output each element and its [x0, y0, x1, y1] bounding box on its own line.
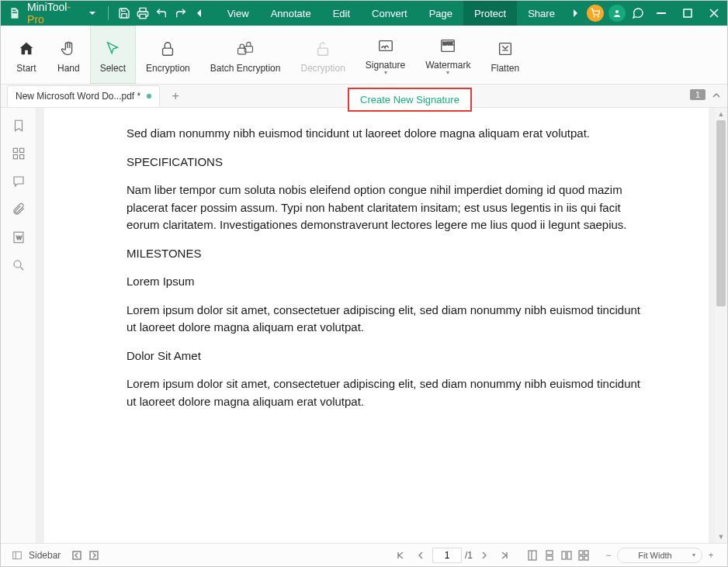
menu-edit[interactable]: Edit [322, 1, 361, 26]
window-maximize[interactable] [674, 1, 701, 26]
ribbon-encryption-label: Encryption [146, 63, 190, 74]
window-close[interactable] [701, 1, 727, 26]
svg-rect-24 [90, 551, 98, 559]
ribbon-watermark[interactable]: MARK Watermark ▾ [415, 26, 480, 84]
ribbon-hand-label: Hand [57, 63, 80, 74]
chevron-down-icon: ▾ [692, 551, 695, 558]
vertical-scrollbar[interactable]: ▲ ▼ [715, 108, 727, 543]
scroll-thumb[interactable] [716, 120, 726, 306]
ribbon-select[interactable]: Select [90, 26, 136, 84]
menu-protect[interactable]: Protect [463, 1, 517, 26]
zoom-in-button[interactable]: + [703, 548, 719, 563]
main-menu: View Annotate Edit Convert Page Protect … [217, 1, 566, 26]
chevron-down-icon: ▾ [384, 69, 387, 76]
menu-scroll-left[interactable] [190, 1, 209, 26]
app-brand: MiniTool-Pro [27, 1, 83, 26]
lock-icon [157, 38, 179, 60]
thumbnails-button[interactable] [7, 142, 30, 165]
ribbon-signature[interactable]: Signature ▾ [355, 26, 415, 84]
svg-rect-33 [579, 556, 583, 560]
cursor-icon [102, 38, 123, 60]
chat-icon[interactable] [628, 1, 648, 26]
svg-point-3 [615, 10, 619, 13]
menu-annotate[interactable]: Annotate [260, 1, 322, 26]
svg-rect-23 [73, 551, 81, 559]
sidebar-label: Sidebar [29, 550, 61, 561]
search-button[interactable] [7, 254, 30, 277]
last-page-button[interactable] [496, 547, 513, 564]
chevron-down-icon: ▾ [446, 69, 449, 76]
svg-rect-21 [13, 551, 22, 558]
next-page-button[interactable] [476, 547, 493, 564]
home-icon [16, 38, 37, 60]
attachments-button[interactable] [7, 198, 30, 221]
ribbon-flatten[interactable]: Flatten [480, 26, 529, 84]
document-tab[interactable]: New Microsoft Word Do...pdf * [7, 85, 160, 107]
first-page-button[interactable] [392, 547, 409, 564]
page-input[interactable] [432, 548, 462, 563]
ribbon-start[interactable]: Start [5, 26, 47, 84]
ribbon-batch-encryption[interactable]: Batch Encryption [200, 26, 291, 84]
collapse-ribbon-button[interactable] [712, 91, 721, 100]
svg-rect-27 [546, 551, 553, 555]
cart-icon[interactable] [587, 5, 604, 22]
redo-button[interactable] [172, 1, 190, 26]
user-icon[interactable] [608, 5, 626, 22]
window-minimize[interactable] [648, 1, 674, 26]
bookmarks-button[interactable] [7, 114, 30, 137]
nav-prev-view[interactable] [68, 547, 85, 564]
comments-button[interactable] [7, 170, 30, 193]
ribbon-decryption-label: Decryption [300, 63, 345, 74]
scroll-up-button[interactable]: ▲ [715, 108, 727, 120]
view-two-page[interactable] [559, 548, 574, 563]
ribbon-encryption[interactable]: Encryption [136, 26, 200, 84]
svg-rect-5 [684, 9, 692, 17]
zoom-out-button[interactable]: − [601, 548, 616, 563]
view-single-page[interactable] [525, 548, 540, 563]
unsaved-indicator [147, 94, 151, 99]
menu-convert[interactable]: Convert [361, 1, 418, 26]
menu-scroll-right[interactable] [566, 1, 584, 26]
svg-rect-29 [562, 551, 566, 559]
svg-rect-16 [13, 155, 17, 159]
undo-button[interactable] [152, 1, 171, 26]
divider [108, 6, 109, 20]
brand-dropdown[interactable] [83, 1, 102, 26]
svg-rect-34 [584, 556, 588, 560]
body-text: Lorem ipsum dolor sit amet, consectetuer… [127, 375, 647, 410]
svg-point-20 [14, 261, 21, 268]
unlock-icon [312, 38, 334, 60]
svg-rect-17 [19, 155, 23, 159]
body-text: Nam liber tempor cum soluta nobis eleife… [127, 182, 647, 234]
new-tab-button[interactable]: + [166, 87, 185, 105]
prev-page-button[interactable] [412, 547, 429, 564]
menu-view[interactable]: View [217, 1, 260, 26]
title-right-icons [584, 1, 727, 26]
section-heading: SPECIFICATIONS [127, 154, 647, 171]
ribbon-batch-encryption-label: Batch Encryption [210, 63, 281, 74]
print-button[interactable] [133, 1, 152, 26]
svg-rect-4 [657, 12, 666, 14]
view-continuous[interactable] [542, 548, 557, 563]
menu-page[interactable]: Page [418, 1, 463, 26]
save-button[interactable] [115, 1, 133, 26]
create-signature-menu-item[interactable]: Create New Signature [348, 88, 472, 112]
hand-icon [57, 38, 79, 60]
sidebar-toggle-button[interactable] [9, 547, 26, 564]
svg-text:MARK: MARK [443, 42, 453, 46]
app-logo-icon [5, 3, 24, 23]
page-navigator: /1 [392, 547, 513, 564]
scroll-down-button[interactable]: ▼ [715, 531, 727, 543]
ribbon-flatten-label: Flatten [491, 63, 519, 74]
create-signature-label: Create New Signature [360, 94, 459, 105]
scroll-track[interactable] [715, 120, 727, 531]
document-page[interactable]: Sed diam nonummy nibh euismod tincidunt … [44, 108, 709, 543]
menu-share[interactable]: Share [517, 1, 566, 26]
svg-rect-31 [579, 551, 583, 555]
nav-next-view[interactable] [85, 547, 102, 564]
view-grid[interactable] [576, 548, 591, 563]
ribbon-hand[interactable]: Hand [47, 26, 90, 84]
zoom-fit-dropdown[interactable]: Fit Width▾ [617, 548, 702, 563]
word-export-button[interactable]: W [7, 226, 30, 249]
body-text: Dolor Sit Amet [127, 347, 647, 365]
